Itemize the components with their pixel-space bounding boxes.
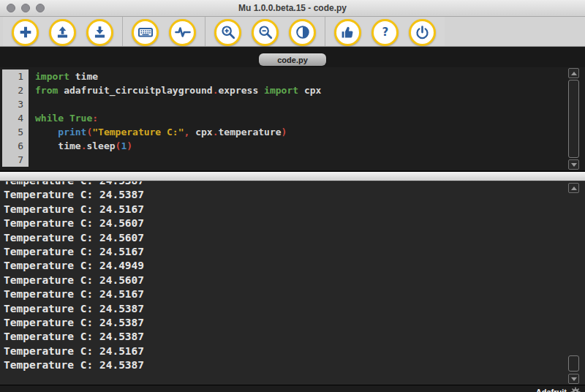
close-window-button[interactable] — [7, 4, 15, 12]
tab-strip: code.py — [0, 47, 585, 67]
line-number: 4 — [2, 111, 29, 125]
line-number: 6 — [2, 139, 29, 153]
code-line: print("Temperature C:", cpx.temperature) — [29, 125, 287, 139]
console-output-line: Temperature C: 24.5167 — [4, 287, 585, 301]
arrow-up-icon — [571, 72, 577, 75]
code-line — [29, 153, 35, 167]
line-number: 2 — [2, 83, 29, 97]
editor-line: 5 print("Temperature C:", cpx.temperatur… — [0, 125, 585, 139]
editor-scrollbar[interactable] — [568, 67, 579, 170]
arrow-down-icon — [571, 163, 577, 167]
keyboard-icon — [137, 23, 154, 41]
question-icon: ? — [377, 24, 393, 40]
code-line — [29, 97, 35, 111]
console-output-line: Temperature C: 24.5387 — [4, 188, 585, 202]
contrast-icon — [295, 24, 311, 40]
repl-button[interactable] — [132, 19, 159, 46]
line-number: 1 — [2, 69, 29, 83]
serial-console[interactable]: Temperature C: 24.5387Temperature C: 24.… — [0, 181, 585, 385]
tab-label: code.py — [277, 56, 308, 64]
mode-label[interactable]: Adafruit — [536, 388, 567, 392]
line-number: 7 — [2, 153, 29, 167]
console-output-line: Temperature C: 24.5167 — [4, 203, 585, 216]
tab-code-py[interactable]: code.py — [259, 53, 326, 66]
toolbar: ? — [0, 17, 585, 47]
arrow-down-icon — [571, 377, 577, 381]
magnifier-minus-icon — [257, 24, 273, 40]
new-button[interactable] — [12, 19, 39, 46]
check-button[interactable] — [334, 19, 361, 46]
mu-editor-window: Mu 1.0.0.beta.15 - code.py ? code.py 1im… — [0, 0, 585, 392]
help-button[interactable]: ? — [371, 19, 399, 46]
arrow-up-icon — [571, 186, 577, 190]
upload-icon — [55, 25, 70, 40]
theme-button[interactable] — [289, 19, 316, 46]
code-line: import time — [29, 69, 98, 83]
console-output-line: Temperature C: 24.5607 — [4, 231, 585, 245]
plotter-button[interactable] — [169, 19, 196, 46]
editor-scroll-down-button[interactable] — [568, 159, 579, 170]
console-output-line: Temperature C: 24.5387 — [4, 358, 585, 372]
pulse-icon — [174, 23, 192, 41]
svg-text:?: ? — [382, 26, 388, 39]
traffic-lights — [7, 4, 45, 12]
console-output-line: Temperature C: 24.5167 — [4, 245, 585, 259]
magnifier-plus-icon — [220, 24, 236, 40]
toolbar-group-2 — [123, 17, 205, 46]
console-output-line: Temperature C: 24.4949 — [4, 259, 585, 273]
toolbar-group-4: ? — [325, 17, 445, 46]
gear-icon[interactable] — [570, 387, 581, 392]
editor-scroll-thumb[interactable] — [568, 80, 579, 158]
console-output-line: Temperature C: 24.5387 — [4, 316, 585, 330]
editor-scroll-up-button[interactable] — [568, 68, 579, 78]
console-scrollbar[interactable] — [568, 181, 579, 385]
splitter-handle[interactable] — [0, 170, 585, 181]
editor-line: 4while True: — [0, 111, 585, 125]
console-output-line: Temperature C: 24.5387 — [4, 181, 585, 188]
download-icon — [92, 25, 107, 40]
window-title: Mu 1.0.0.beta.15 - code.py — [238, 3, 347, 13]
code-line: time.sleep(1) — [29, 139, 132, 153]
quit-button[interactable] — [409, 19, 436, 46]
zoom-window-button[interactable] — [36, 4, 45, 12]
load-button[interactable] — [49, 19, 76, 46]
toolbar-group-1 — [3, 17, 122, 46]
minimize-window-button[interactable] — [21, 4, 30, 12]
line-number: 3 — [2, 97, 29, 111]
editor-line: 6 time.sleep(1) — [0, 139, 585, 153]
zoom-in-button[interactable] — [214, 19, 241, 46]
console-output-line: Temperature C: 24.5167 — [4, 344, 585, 358]
code-line: while True: — [29, 111, 98, 125]
code-editor[interactable]: 1import time2from adafruit_circuitplaygr… — [0, 67, 585, 170]
status-bar: Adafruit — [0, 385, 585, 392]
title-bar: Mu 1.0.0.beta.15 - code.py — [0, 0, 585, 17]
editor-line: 3 — [0, 97, 585, 111]
console-scroll-up-button[interactable] — [568, 183, 579, 193]
editor-line: 1import time — [0, 69, 585, 83]
save-button[interactable] — [86, 19, 113, 46]
thumbs-up-icon — [340, 25, 355, 40]
zoom-out-button[interactable] — [252, 19, 279, 46]
editor-line: 2from adafruit_circuitplayground.express… — [0, 83, 585, 97]
power-icon — [415, 25, 430, 40]
console-output-line: Temperature C: 24.5607 — [4, 216, 585, 230]
toolbar-group-3 — [205, 17, 325, 46]
console-output-line: Temperature C: 24.5387 — [4, 302, 585, 316]
console-scroll-down-button[interactable] — [568, 374, 579, 384]
console-output-line: Temperature C: 24.5387 — [4, 330, 585, 344]
line-number: 5 — [2, 125, 29, 139]
console-output-line: Temperature C: 24.5607 — [4, 274, 585, 287]
console-scroll-thumb[interactable] — [568, 355, 579, 372]
editor-line: 7 — [0, 153, 585, 167]
plus-icon — [18, 24, 34, 40]
code-line: from adafruit_circuitplayground.express … — [29, 83, 321, 97]
